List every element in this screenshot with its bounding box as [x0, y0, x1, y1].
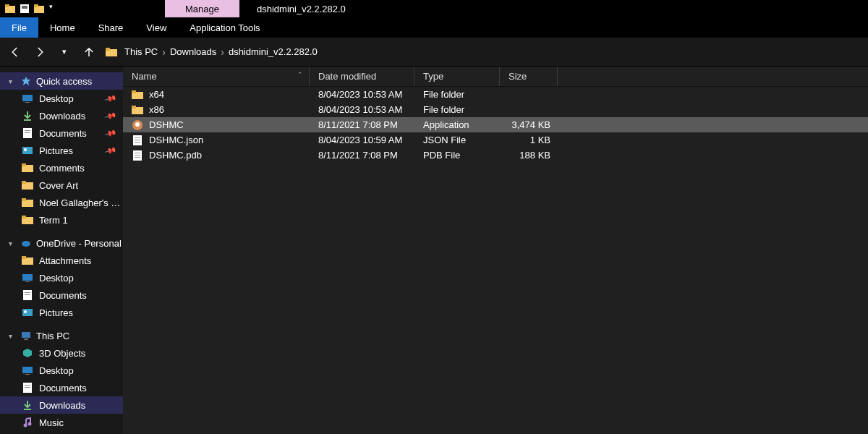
- svg-rect-38: [22, 367, 33, 373]
- desktop-icon: [22, 272, 33, 284]
- sidebar-item[interactable]: Documents: [0, 286, 123, 304]
- contextual-tab-manage[interactable]: Manage: [165, 0, 239, 17]
- breadcrumb[interactable]: This PC Downloads dshidmini_v2.2.282.0: [106, 46, 318, 58]
- breadcrumb-mid[interactable]: Downloads: [170, 46, 229, 58]
- svg-marker-37: [23, 349, 32, 357]
- sidebar-quickaccess[interactable]: ▾ Quick access: [0, 72, 123, 90]
- breadcrumb-leaf[interactable]: dshidmini_v2.2.282.0: [229, 46, 318, 57]
- sidebar-item[interactable]: Documents📌: [0, 124, 123, 142]
- file-row[interactable]: x868/04/2023 10:53 AMFile folder: [123, 102, 868, 117]
- svg-rect-43: [24, 409, 31, 410]
- svg-rect-47: [132, 90, 136, 93]
- file-date: 8/04/2023 10:53 AM: [310, 89, 414, 100]
- sidebar-item[interactable]: Noel Gallagher's Hig: [0, 194, 123, 211]
- sidebar-item[interactable]: Pictures📌: [0, 142, 123, 159]
- downloads-icon: [22, 110, 33, 122]
- sidebar-thispc[interactable]: ▾ This PC: [0, 327, 123, 344]
- breadcrumb-root[interactable]: This PC: [124, 46, 170, 58]
- nav-back-button[interactable]: [7, 44, 23, 60]
- sidebar-item-label: Documents: [39, 128, 87, 139]
- documents-icon: [22, 289, 33, 301]
- file-row[interactable]: DSHMC.json8/04/2023 10:59 AMJSON File1 K…: [123, 132, 868, 148]
- svg-rect-53: [135, 137, 140, 138]
- svg-rect-29: [25, 281, 30, 282]
- sidebar-item[interactable]: Music: [0, 414, 123, 431]
- svg-rect-33: [22, 309, 33, 316]
- qat-newfolder-icon[interactable]: [33, 3, 45, 14]
- sidebar-item[interactable]: Pictures: [0, 304, 123, 321]
- sidebar-item[interactable]: Desktop: [0, 362, 123, 379]
- file-row[interactable]: x648/04/2023 10:53 AMFile folder: [123, 87, 868, 102]
- sidebar-item[interactable]: Attachments: [0, 252, 123, 269]
- pin-icon: 📌: [104, 144, 118, 157]
- sidebar-item[interactable]: Cover Art: [0, 176, 123, 194]
- file-date: 8/11/2021 7:08 PM: [310, 119, 414, 130]
- svg-rect-58: [135, 155, 140, 156]
- sidebar-item[interactable]: Downloads: [0, 396, 123, 414]
- chevron-down-icon: ▾: [9, 332, 16, 340]
- sidebar-item[interactable]: 3D Objects: [0, 344, 123, 362]
- folder-icon: [22, 214, 33, 226]
- documents-icon: [22, 382, 33, 393]
- sidebar-item[interactable]: Desktop: [0, 269, 123, 286]
- ribbon-tab-file[interactable]: File: [0, 17, 38, 38]
- svg-rect-14: [25, 132, 30, 133]
- nav-recent-dropdown[interactable]: ▾: [56, 44, 72, 60]
- sidebar-item[interactable]: Term 1: [0, 211, 123, 229]
- svg-point-25: [22, 241, 30, 247]
- ribbon-tab-apptools[interactable]: Application Tools: [178, 17, 271, 38]
- breadcrumb-folder-icon: [106, 47, 117, 57]
- file-name: x86: [149, 104, 164, 115]
- svg-rect-28: [22, 274, 33, 281]
- sidebar-item-label: Music: [39, 417, 64, 428]
- sidebar: ▾ Quick access Desktop📌Downloads📌Documen…: [0, 67, 123, 434]
- sidebar-item[interactable]: Desktop📌: [0, 90, 123, 107]
- ribbon-tab-share[interactable]: Share: [87, 17, 135, 38]
- svg-rect-49: [132, 106, 136, 109]
- file-row[interactable]: DSHMC8/11/2021 7:08 PMApplication3,474 K…: [123, 117, 868, 132]
- svg-rect-39: [25, 374, 30, 375]
- sidebar-item-label: Desktop: [39, 365, 74, 376]
- sidebar-item-label: Noel Gallagher's Hig: [39, 197, 123, 208]
- title-bar: ▾ Manage dshidmini_v2.2.282.0: [0, 0, 868, 17]
- qat-dropdown-icon[interactable]: ▾: [49, 3, 61, 14]
- svg-rect-18: [22, 163, 26, 166]
- file-name: x64: [149, 89, 164, 100]
- doc-icon: [132, 135, 143, 146]
- svg-point-34: [24, 310, 27, 313]
- ribbon-tab-view[interactable]: View: [135, 17, 178, 38]
- svg-rect-11: [24, 119, 31, 121]
- folder-icon: [132, 89, 143, 101]
- file-size: 188 KB: [500, 150, 558, 161]
- chevron-down-icon: ▾: [9, 239, 16, 247]
- svg-marker-8: [22, 77, 30, 85]
- sidebar-item[interactable]: Downloads📌: [0, 107, 123, 124]
- music-icon: [22, 417, 33, 428]
- column-type[interactable]: Type: [414, 67, 500, 86]
- column-size[interactable]: Size: [500, 67, 558, 86]
- file-row[interactable]: DSHMC.pdb8/11/2021 7:08 PMPDB File188 KB: [123, 148, 868, 163]
- svg-point-16: [24, 148, 27, 151]
- sidebar-item[interactable]: Comments: [0, 159, 123, 176]
- doc-icon: [132, 150, 143, 161]
- column-name-label: Name: [132, 71, 157, 82]
- svg-rect-31: [25, 292, 30, 293]
- svg-rect-41: [25, 385, 30, 386]
- ribbon-tab-home[interactable]: Home: [38, 17, 87, 38]
- svg-rect-20: [22, 181, 26, 184]
- nav-forward-button[interactable]: [32, 44, 48, 60]
- file-list: Name ⌃ Date modified Type Size x648/04/2…: [123, 67, 868, 434]
- cloud-icon: [20, 237, 32, 249]
- sidebar-onedrive[interactable]: ▾ OneDrive - Personal: [0, 234, 123, 252]
- column-date[interactable]: Date modified: [310, 67, 414, 86]
- folder-icon: [132, 104, 143, 116]
- sidebar-item[interactable]: Documents: [0, 379, 123, 396]
- column-name[interactable]: Name ⌃: [123, 67, 310, 86]
- file-type: Application: [414, 119, 500, 130]
- nav-up-button[interactable]: [81, 44, 97, 60]
- file-date: 8/04/2023 10:59 AM: [310, 135, 414, 145]
- svg-rect-59: [135, 157, 140, 158]
- qat-save-icon[interactable]: [19, 3, 30, 14]
- svg-rect-5: [34, 4, 38, 7]
- pc-icon: [20, 330, 32, 341]
